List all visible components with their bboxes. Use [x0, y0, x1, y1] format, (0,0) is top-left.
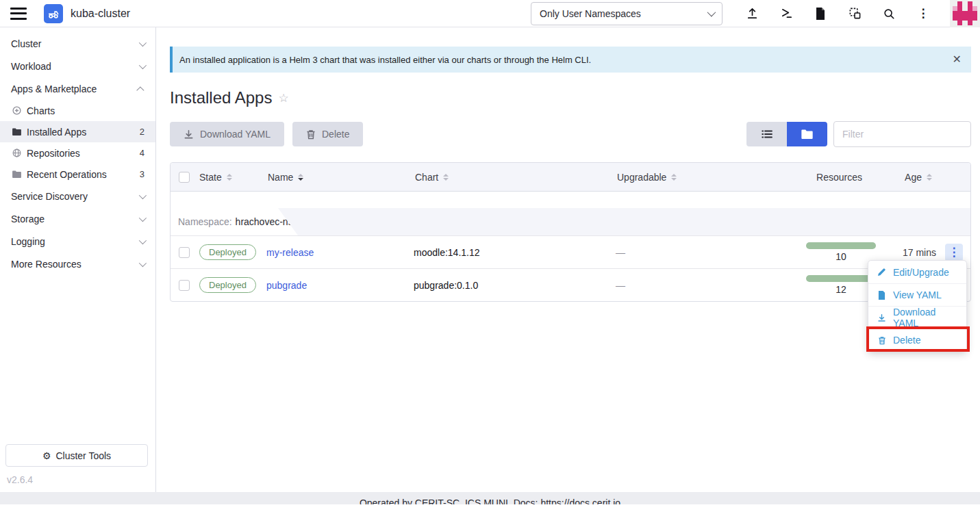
favorite-star-icon[interactable]: ☆	[278, 91, 288, 105]
sidebar-item-storage[interactable]: Storage	[0, 207, 155, 230]
sidebar-item-service-discovery[interactable]: Service Discovery	[0, 185, 155, 207]
age-cell: 17 mins	[883, 247, 938, 258]
row-checkbox[interactable]	[179, 247, 190, 258]
status-badge: Deployed	[199, 244, 256, 260]
column-header-name[interactable]: Name	[266, 172, 414, 183]
table-header: State Name Chart Upgradable Resources Ag…	[171, 163, 970, 192]
sort-arrows-icon	[443, 174, 449, 181]
more-options-icon[interactable]: ⋮	[915, 5, 931, 22]
pencil-icon	[877, 268, 887, 276]
menu-item-delete[interactable]: Delete	[868, 328, 966, 351]
cluster-tools-button[interactable]: ⚙ Cluster Tools	[5, 444, 148, 467]
download-icon	[877, 313, 887, 322]
sort-arrows-icon	[927, 174, 932, 181]
menu-item-edit-upgrade[interactable]: Edit/Upgrade	[868, 261, 966, 283]
sidebar: Cluster Workload Apps & Marketplace Char…	[0, 27, 156, 492]
chart-cell: pubgrade:0.1.0	[414, 280, 616, 291]
sidebar-item-repositories[interactable]: Repositories 4	[0, 142, 155, 164]
upgradable-cell: —	[616, 247, 756, 258]
globe-icon	[12, 148, 22, 158]
sidebar-item-cluster[interactable]: Cluster	[0, 32, 155, 55]
trash-icon	[877, 336, 887, 345]
app-name-link[interactable]: pubgrade	[266, 280, 307, 291]
sidebar-item-more-resources[interactable]: More Resources	[0, 253, 155, 275]
namespace-filter-select[interactable]: Only User Namespaces	[531, 2, 723, 25]
status-badge: Deployed	[199, 277, 256, 293]
view-mode-toggle	[746, 122, 827, 146]
menu-item-download-yaml[interactable]: Download YAML	[868, 306, 966, 328]
version-label: v2.6.4	[7, 474, 33, 485]
resources-progress-bar	[806, 242, 876, 249]
upgradable-cell: —	[616, 280, 756, 291]
menu-item-view-yaml[interactable]: View YAML	[868, 283, 966, 306]
copy-kubeconfig-icon[interactable]	[846, 5, 863, 22]
info-banner: An installed application is a Helm 3 cha…	[170, 47, 971, 73]
chevron-down-icon	[139, 38, 147, 46]
kebab-icon: ⋮	[948, 246, 960, 258]
circle-plus-icon	[12, 105, 22, 116]
chart-cell: moodle:14.1.12	[414, 247, 616, 258]
file-icon	[877, 291, 887, 300]
sort-arrows-icon	[671, 174, 677, 181]
installed-apps-table: State Name Chart Upgradable Resources Ag…	[170, 162, 971, 302]
table-row: Deployed pubgrade pubgrade:0.1.0 — 12	[171, 268, 970, 301]
list-icon	[762, 129, 772, 139]
import-yaml-icon[interactable]	[744, 5, 760, 22]
column-header-age[interactable]: Age	[883, 172, 938, 183]
search-icon[interactable]	[881, 5, 897, 22]
chevron-down-icon	[139, 61, 147, 68]
sidebar-item-apps-marketplace[interactable]: Apps & Marketplace	[0, 77, 155, 100]
namespace-filter-value: Only User Namespaces	[540, 8, 641, 19]
sidebar-item-charts[interactable]: Charts	[0, 100, 155, 121]
trash-icon	[306, 129, 316, 140]
footer: Operated by CERIT-SC, ICS MUNI. Docs: ht…	[0, 492, 980, 504]
chevron-down-icon	[139, 214, 147, 221]
footer-text: Operated by CERIT-SC, ICS MUNI. Docs: ht…	[360, 498, 620, 504]
grouped-view-button[interactable]	[787, 122, 827, 146]
kubectl-shell-icon[interactable]	[778, 5, 794, 22]
count-badge: 2	[140, 127, 145, 137]
info-banner-text: An installed application is a Helm 3 cha…	[179, 55, 591, 65]
table-row: Deployed my-release moodle:14.1.12 — 10 …	[171, 235, 970, 268]
column-header-upgradable[interactable]: Upgradable	[616, 172, 756, 183]
download-yaml-button[interactable]: Download YAML	[170, 122, 284, 146]
hamburger-menu-icon[interactable]	[10, 8, 27, 20]
sidebar-item-logging[interactable]: Logging	[0, 230, 155, 253]
row-actions-button[interactable]: ⋮	[945, 244, 963, 261]
chevron-down-icon	[139, 191, 147, 198]
top-header: kuba-cluster Only User Namespaces	[0, 0, 980, 27]
select-all-checkbox[interactable]	[179, 172, 190, 183]
column-header-resources: Resources	[756, 172, 883, 183]
resources-progress-bar	[806, 275, 876, 282]
cluster-logo-icon[interactable]	[44, 4, 63, 23]
sort-arrows-icon	[227, 174, 232, 181]
kubeconfig-file-icon[interactable]	[812, 5, 829, 22]
list-view-button[interactable]	[746, 122, 787, 146]
count-badge: 3	[140, 169, 145, 179]
cluster-name: kuba-cluster	[71, 8, 130, 20]
column-header-state[interactable]: State	[198, 172, 266, 183]
delete-button[interactable]: Delete	[292, 122, 363, 146]
folder-icon	[801, 129, 813, 139]
user-avatar[interactable]	[950, 0, 980, 27]
namespace-group-row: Namespace: hrachovec-ns	[171, 208, 970, 235]
count-badge: 4	[140, 148, 145, 158]
close-icon[interactable]: ✕	[953, 54, 962, 65]
sidebar-item-installed-apps[interactable]: Installed Apps 2	[0, 121, 155, 142]
folder-icon	[12, 127, 22, 137]
namespace-group-tab: Namespace: hrachovec-ns	[171, 208, 298, 235]
app-name-link[interactable]: my-release	[266, 247, 314, 258]
main-content: An installed application is a Helm 3 cha…	[156, 27, 980, 492]
chevron-down-icon	[707, 8, 716, 17]
sort-arrows-icon	[298, 174, 303, 181]
column-header-chart[interactable]: Chart	[414, 172, 616, 183]
namespace-name: hrachovec-ns	[236, 216, 293, 227]
resources-cell: 10	[756, 242, 883, 262]
sidebar-item-recent-operations[interactable]: Recent Operations 3	[0, 164, 155, 185]
row-checkbox[interactable]	[179, 280, 190, 291]
filter-input[interactable]	[833, 121, 971, 147]
folder-icon	[12, 169, 22, 179]
sidebar-item-workload[interactable]: Workload	[0, 55, 155, 77]
chevron-up-icon	[136, 86, 144, 94]
resources-cell: 12	[756, 275, 883, 295]
